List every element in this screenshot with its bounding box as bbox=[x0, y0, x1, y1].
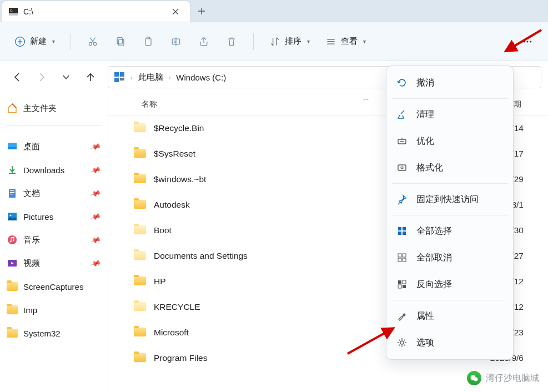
svg-rect-44 bbox=[398, 285, 401, 288]
toolbar-separator bbox=[253, 33, 254, 50]
chevron-down-icon: ▾ bbox=[52, 38, 55, 44]
menu-clean[interactable]: 清理 bbox=[386, 101, 513, 128]
rename-button[interactable]: A bbox=[164, 31, 188, 53]
sidebar-music-label: 音乐 bbox=[23, 235, 40, 245]
trash-icon bbox=[226, 36, 237, 47]
sidebar-desktop[interactable]: 桌面 📌 bbox=[2, 135, 105, 158]
sidebar-music[interactable]: 音乐 📌 bbox=[2, 228, 105, 252]
menu-separator bbox=[392, 98, 507, 99]
plus-circle-icon bbox=[14, 36, 26, 47]
menu-undo[interactable]: 撤消 bbox=[386, 69, 513, 96]
chevron-down-icon: ▾ bbox=[363, 38, 366, 44]
pin-icon: 📌 bbox=[90, 188, 102, 199]
svg-rect-22 bbox=[10, 190, 14, 191]
clipboard-icon bbox=[143, 36, 154, 47]
view-button[interactable]: 查看 ▾ bbox=[320, 31, 371, 53]
sort-button[interactable]: 排序 ▾ bbox=[264, 31, 315, 53]
folder-icon bbox=[134, 123, 146, 133]
sidebar-downloads[interactable]: Downloads 📌 bbox=[2, 158, 105, 182]
svg-rect-32 bbox=[398, 165, 406, 170]
sidebar-system32[interactable]: System32 bbox=[2, 321, 105, 345]
forward-button[interactable] bbox=[31, 67, 52, 88]
svg-rect-7 bbox=[119, 39, 124, 46]
wrench-icon bbox=[396, 310, 408, 321]
sidebar-sc-label: ScreenCaptures bbox=[23, 282, 83, 292]
menu-optimize[interactable]: 优化 bbox=[386, 128, 513, 154]
broom-icon bbox=[396, 109, 408, 120]
sidebar-docs[interactable]: 文档 📌 bbox=[2, 182, 105, 205]
svg-rect-20 bbox=[8, 143, 17, 147]
chevron-down-icon: ▾ bbox=[307, 38, 310, 44]
download-icon bbox=[7, 164, 18, 175]
pin-icon: 📌 bbox=[90, 234, 102, 245]
svg-rect-24 bbox=[10, 194, 13, 194]
pin-icon: 📌 bbox=[90, 211, 102, 222]
svg-point-27 bbox=[8, 235, 17, 244]
sidebar-tmp[interactable]: tmp bbox=[2, 298, 105, 321]
sidebar-sys32-label: System32 bbox=[23, 329, 61, 338]
menu-options[interactable]: 选项 bbox=[386, 329, 513, 356]
bc-this-pc[interactable]: 此电脑 bbox=[138, 72, 163, 83]
bc-sep: › bbox=[169, 74, 171, 81]
folder-icon bbox=[7, 304, 18, 315]
svg-rect-35 bbox=[403, 227, 406, 230]
sidebar-screencaptures[interactable]: ScreenCaptures bbox=[2, 275, 105, 298]
optimize-icon bbox=[396, 135, 408, 147]
tab-active[interactable]: C: C:\ bbox=[2, 1, 190, 22]
folder-icon bbox=[7, 328, 18, 339]
svg-rect-42 bbox=[398, 280, 401, 284]
tab-bar: C: C:\ bbox=[0, 0, 548, 22]
cut-button[interactable] bbox=[81, 31, 104, 53]
folder-icon bbox=[134, 174, 146, 184]
bc-drive[interactable]: Windows (C:) bbox=[176, 73, 226, 82]
undo-icon bbox=[396, 77, 408, 88]
svg-text:A: A bbox=[174, 39, 177, 43]
share-button[interactable] bbox=[192, 31, 215, 53]
more-button[interactable] bbox=[516, 31, 539, 53]
sidebar-tmp-label: tmp bbox=[23, 305, 37, 315]
menu-properties[interactable]: 属性 bbox=[386, 303, 513, 329]
tab-close-button[interactable] bbox=[168, 4, 183, 19]
svg-rect-37 bbox=[403, 232, 406, 235]
menu-select-invert[interactable]: 反向选择 bbox=[386, 271, 513, 298]
sidebar-pictures[interactable]: Pictures 📌 bbox=[2, 205, 105, 228]
tab-title: C:\ bbox=[23, 7, 168, 16]
toolbar: 新建 ▾ A 排序 ▾ 查看 ▾ bbox=[0, 22, 548, 61]
pin-icon: 📌 bbox=[90, 164, 102, 175]
svg-point-13 bbox=[527, 41, 529, 42]
svg-rect-18 bbox=[120, 78, 124, 81]
svg-rect-45 bbox=[403, 285, 406, 288]
ellipsis-icon bbox=[522, 36, 533, 47]
menu-select-none[interactable]: 全部取消 bbox=[386, 244, 513, 271]
new-tab-button[interactable] bbox=[190, 1, 213, 22]
scissors-icon bbox=[87, 36, 98, 47]
sidebar-pictures-label: Pictures bbox=[23, 212, 53, 222]
up-button[interactable] bbox=[80, 67, 101, 88]
copy-button[interactable] bbox=[109, 31, 132, 53]
folder-icon bbox=[134, 353, 146, 363]
back-button[interactable] bbox=[7, 67, 28, 88]
menu-pin[interactable]: 固定到快速访问 bbox=[386, 186, 513, 213]
menu-select-all[interactable]: 全部选择 bbox=[386, 218, 513, 244]
svg-point-14 bbox=[530, 41, 531, 42]
svg-rect-15 bbox=[114, 72, 119, 77]
pin-icon bbox=[396, 194, 408, 205]
delete-button[interactable] bbox=[220, 31, 243, 53]
recent-button[interactable] bbox=[56, 67, 77, 88]
select-none-icon bbox=[396, 252, 408, 263]
folder-icon bbox=[134, 149, 146, 159]
sidebar: 主文件夹 桌面 📌 Downloads 📌 文档 📌 Pictures 📌 音乐… bbox=[0, 93, 108, 392]
svg-rect-16 bbox=[120, 72, 124, 77]
menu-format[interactable]: 格式化 bbox=[386, 154, 513, 181]
arrow-up-icon bbox=[86, 72, 95, 82]
svg-rect-34 bbox=[398, 227, 401, 230]
paste-button[interactable] bbox=[137, 31, 160, 53]
pin-icon: 📌 bbox=[90, 258, 102, 269]
sidebar-video[interactable]: 视频 📌 bbox=[2, 252, 105, 275]
arrow-left-icon bbox=[12, 72, 22, 82]
folder-icon bbox=[134, 200, 146, 210]
new-button[interactable]: 新建 ▾ bbox=[9, 31, 61, 53]
svg-point-12 bbox=[524, 41, 525, 42]
sidebar-home[interactable]: 主文件夹 bbox=[2, 97, 105, 120]
list-icon bbox=[325, 36, 336, 47]
